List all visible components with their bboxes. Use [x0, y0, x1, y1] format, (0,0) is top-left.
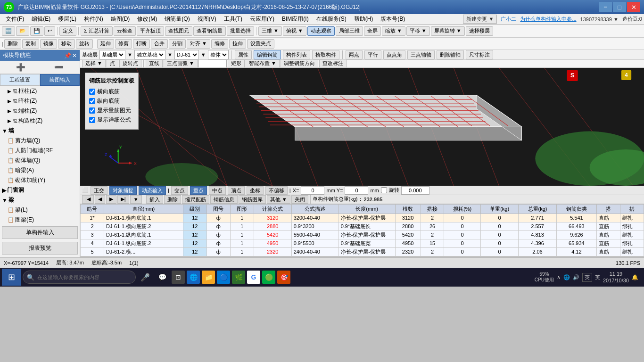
sidebar-item-door-window[interactable]: ▶ 门窗洞	[0, 185, 80, 195]
btn-pan[interactable]: 平移 ▼	[406, 26, 430, 36]
td-shape-1[interactable]: 3120	[254, 214, 291, 222]
btn-intersection[interactable]: 交点	[171, 186, 188, 195]
btn-local-3d[interactable]: 局部三维	[336, 26, 363, 36]
table-row[interactable]: 3 DJ-61-1.纵向底筋.1 12 ф 1 5420 5500-40-40 …	[81, 230, 644, 239]
table-row[interactable]: 4 DJ-61-1.纵向底筋.2 12 ф 1 4950 0.9*5500 0.…	[81, 239, 644, 247]
btn-three-point-aux[interactable]: 三点辅轴	[407, 50, 435, 59]
menu-tools[interactable]: 工具(T)	[220, 14, 246, 24]
menu-floor[interactable]: 楼层(L)	[54, 14, 80, 24]
btn-smart-place[interactable]: 智能布置 ▼	[246, 60, 280, 68]
menu-component[interactable]: 构件(N)	[80, 14, 107, 24]
sidebar-pin-icon[interactable]: 📌	[64, 52, 71, 59]
shape-select[interactable]	[198, 60, 227, 68]
btn-delete-row[interactable]: 删除	[164, 195, 181, 204]
menu-draw[interactable]: 绘图(D)	[107, 14, 134, 24]
td-shape-3[interactable]: 5420	[254, 230, 291, 239]
taskbar-icon-app2[interactable]: 🌿	[232, 271, 245, 284]
table-row[interactable]: 2 DJ-61-1.横向底筋.2 12 ф 1 2880 0.9*3200 0.…	[81, 222, 644, 230]
btn-fullscreen[interactable]: 全屏	[364, 26, 381, 36]
taskbar-icon-task[interactable]: ⊡	[172, 271, 185, 284]
btn-close-panel[interactable]: 关闭	[291, 195, 308, 204]
btn-two-point[interactable]: 两点	[346, 50, 363, 59]
start-button[interactable]: ⊞	[2, 269, 21, 286]
clock-display[interactable]: 11:19 2017/10/30	[603, 271, 629, 284]
sidebar-item-struct-column[interactable]: ▶ 🏗 构造柱(Z)	[0, 116, 80, 126]
sidebar-item-civil-wall[interactable]: 📋 人防门框墙(RF	[0, 146, 80, 156]
menu-edit[interactable]: 编辑(E)	[28, 14, 54, 24]
btn-trim[interactable]: 修剪	[115, 39, 132, 49]
sidebar-item-column-z[interactable]: ▶ 🏗 框柱(Z)	[0, 86, 80, 96]
btn-center[interactable]: 中点	[209, 186, 226, 195]
checkbox-vertical-bottom[interactable]: 纵向底筋	[89, 97, 134, 105]
taskbar-icon-widget[interactable]: 💬	[155, 270, 170, 285]
btn-merge[interactable]: 合并	[151, 39, 168, 49]
btn-nav-next[interactable]: ▶	[106, 195, 116, 204]
table-row[interactable]: 1* DJ-61-1.横向底筋.1 12 ф 1 3120 3200-40-40…	[81, 214, 644, 222]
btn-extend[interactable]: 延伸	[97, 39, 114, 49]
sidebar-item-masonry-wall[interactable]: 📋 砌体墙(Q)	[0, 156, 80, 165]
btn-rotate[interactable]: 旋转	[76, 39, 93, 49]
btn-orbit[interactable]: 动态观察	[307, 26, 335, 36]
layer-select-2[interactable]: 独立基础	[134, 50, 165, 59]
sidebar-item-beam[interactable]: ▼ 梁	[0, 195, 80, 205]
minimize-button[interactable]: －	[599, 2, 612, 12]
taskbar-icon-app4[interactable]: 🎯	[277, 271, 290, 284]
taskbar-search-input[interactable]	[34, 274, 129, 280]
sidebar-item-wall[interactable]: ▼ 墙	[0, 126, 80, 136]
btn-del-aux[interactable]: 删除辅轴	[437, 50, 464, 59]
help-link[interactable]: 为什么单构件输入中参...	[520, 16, 576, 23]
sidebar-item-dark-beam[interactable]: 📋 暗梁(A)	[0, 165, 80, 175]
sidebar-btn-engineer[interactable]: 工程设置	[0, 74, 40, 86]
btn-split[interactable]: 分割	[169, 39, 186, 49]
view-select[interactable]: 整体	[208, 50, 229, 59]
notification-icon[interactable]: 🔔	[632, 274, 638, 280]
component-select[interactable]: DJ-61	[174, 50, 199, 59]
td-shape-4[interactable]: 4950	[254, 239, 291, 247]
btn-batch-select[interactable]: 批量选择	[227, 26, 254, 36]
btn-vertex[interactable]: 顶点	[228, 186, 245, 195]
btn-undo[interactable]: ↩	[44, 26, 55, 36]
btn-snap[interactable]: 对象捕捉	[109, 186, 137, 195]
btn-rebar-info[interactable]: 钢筋信息	[210, 195, 238, 204]
cb-vertical-bottom[interactable]	[89, 98, 95, 104]
btn-scale-rebar[interactable]: 缩尺配筋	[182, 195, 209, 204]
btn-point[interactable]: 点	[107, 60, 118, 68]
td-shape-2[interactable]: 2880	[254, 222, 291, 230]
btn-rotate-point[interactable]: 旋转点	[119, 60, 141, 68]
taskbar-icon-app3[interactable]: 🟢	[262, 271, 275, 284]
taskbar-icon-google[interactable]: G	[247, 271, 260, 284]
layer-select-1[interactable]: 基础层	[99, 50, 125, 59]
btn-no-offset[interactable]: 不偏移	[265, 186, 288, 195]
btn-open[interactable]: 📂	[16, 26, 29, 36]
btn-copy[interactable]: 复制	[22, 39, 39, 49]
btn-coord[interactable]: 坐标	[247, 186, 264, 195]
table-row[interactable]: 5 DJ-61-2.横... 12 ф 1 2320 2400-40-40 净长…	[81, 247, 644, 256]
tray-expand[interactable]: ∧	[557, 274, 561, 280]
btn-level-align[interactable]: 平齐板顶	[137, 26, 164, 36]
menu-view[interactable]: 视图(V)	[194, 14, 220, 24]
btn-stretch[interactable]: 拉伸	[229, 39, 246, 49]
btn-property[interactable]: 属性	[235, 50, 252, 59]
taskbar-icon-voice[interactable]: 🎤	[138, 270, 153, 285]
btn-mirror[interactable]: 镜像	[40, 39, 57, 49]
lang-indicator[interactable]: 英	[582, 273, 592, 282]
btn-rebar-lib[interactable]: 钢筋图库	[239, 195, 266, 204]
btn-nav-prev[interactable]: ◀	[95, 195, 105, 204]
btn-modify[interactable]: 编修	[211, 39, 228, 49]
btn-cloud-check[interactable]: 云检查	[114, 26, 136, 36]
checkbox-show-elem[interactable]: 显示量筋图元	[89, 107, 134, 115]
cb-show-elem[interactable]	[89, 107, 95, 114]
cb-horizontal-bottom[interactable]	[89, 89, 95, 95]
menu-service[interactable]: 在线服务(S)	[313, 14, 350, 24]
btn-parallel[interactable]: 平行	[364, 50, 381, 59]
menu-bim[interactable]: BIM应用(I)	[278, 14, 313, 24]
btn-rotate[interactable]: 屏幕旋转 ▼	[431, 26, 465, 36]
rotate-input[interactable]	[401, 186, 429, 195]
btn-edit-rebar[interactable]: 编辑钢筋	[254, 50, 281, 59]
close-button[interactable]: ✕	[627, 2, 640, 12]
btn-nav-last[interactable]: ▶|	[117, 195, 129, 204]
sidebar-item-end-column[interactable]: ▶ 🏗 端柱(Z)	[0, 106, 80, 116]
sidebar-item-shear-wall[interactable]: 📋 剪力墙(Q)	[0, 136, 80, 146]
btn-edit-note[interactable]: 查改标注	[319, 60, 347, 68]
btn-save[interactable]: 💾	[30, 26, 43, 36]
